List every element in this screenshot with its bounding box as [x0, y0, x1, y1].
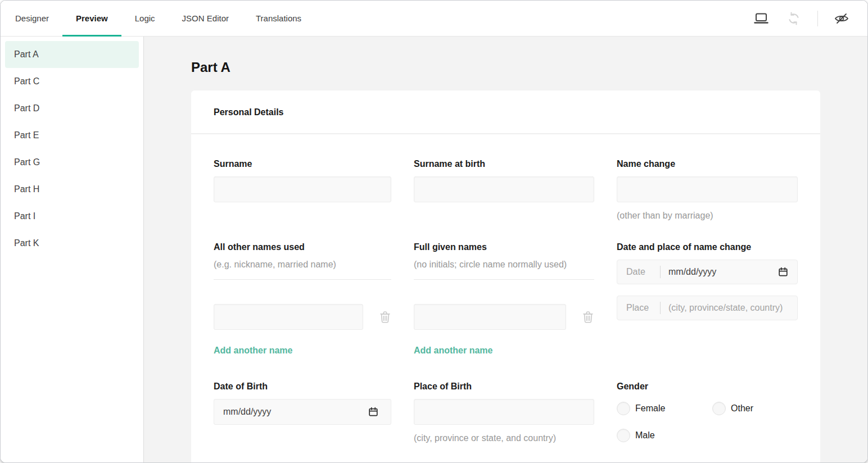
sidebar-item-part-c[interactable]: Part C: [5, 68, 139, 95]
question-surname: Surname: [214, 159, 391, 221]
tab-translations[interactable]: Translations: [242, 1, 315, 36]
surname-label: Surname: [214, 159, 391, 169]
calendar-icon: [778, 267, 788, 277]
date-placeholder: mm/dd/yyyy: [668, 267, 716, 277]
app-window: Designer Preview Logic JSON Editor Trans…: [0, 0, 868, 463]
gender-label: Gender: [617, 382, 798, 392]
form-row-1: Surname Surname at birth Name change (ot…: [214, 159, 798, 221]
device-select-button[interactable]: [750, 7, 772, 30]
dynamic-panel-separator: [414, 279, 594, 280]
tab-designer-label: Designer: [15, 13, 49, 23]
sidebar-item-part-a[interactable]: Part A: [5, 41, 139, 68]
full-given-names-label: Full given names: [414, 242, 594, 252]
name-change-input[interactable]: [617, 176, 798, 202]
panel-title: Personal Details: [214, 107, 284, 117]
question-place-of-birth: Place of Birth (city, province or state,…: [414, 382, 594, 443]
laptop-device-icon: [753, 12, 769, 25]
date-of-birth-input[interactable]: mm/dd/yyyy: [214, 399, 391, 425]
preview-main: Part A Part C Part D Part E Part G Part …: [1, 37, 867, 462]
preview-toolbar-actions: [750, 1, 867, 36]
other-names-description: (e.g. nickname, married name): [214, 260, 391, 270]
tab-preview-label: Preview: [76, 13, 108, 23]
tab-logic-label: Logic: [135, 13, 155, 23]
trash-icon: [582, 311, 594, 323]
sidebar-item-part-h[interactable]: Part H: [5, 176, 139, 203]
gender-option-female[interactable]: Female: [617, 402, 712, 415]
gender-options: Female Other Male: [617, 402, 798, 442]
radio-unchecked-icon: [617, 402, 630, 415]
dynamic-panel-separator: [214, 279, 391, 280]
page-navigation-sidebar: Part A Part C Part D Part E Part G Part …: [1, 37, 144, 462]
panel-header: Personal Details: [191, 90, 820, 134]
question-gender: Gender Female Other: [617, 382, 798, 443]
survey-preview-area: Part A Personal Details Surname Surname …: [144, 37, 867, 462]
radio-unchecked-icon: [617, 429, 630, 442]
given-name-entry-row: [414, 304, 594, 330]
creator-tabs: Designer Preview Logic JSON Editor Trans…: [1, 1, 315, 36]
sidebar-item-part-i[interactable]: Part I: [5, 203, 139, 230]
sidebar-item-part-d[interactable]: Part D: [5, 95, 139, 122]
gender-female-label: Female: [635, 403, 665, 414]
question-date-of-birth: Date of Birth mm/dd/yyyy: [214, 382, 391, 443]
remove-given-name-button[interactable]: [581, 310, 594, 324]
gender-option-other[interactable]: Other: [712, 402, 798, 415]
hide-invisible-fields-icon: [834, 12, 849, 25]
place-prefix-label: Place: [626, 303, 652, 313]
tab-designer[interactable]: Designer: [2, 1, 62, 36]
toggle-invisible-button[interactable]: [830, 7, 853, 30]
name-change-date-input[interactable]: Date mm/dd/yyyy: [617, 260, 798, 284]
name-change-label: Name change: [617, 159, 798, 169]
gender-other-label: Other: [731, 403, 753, 414]
surname-at-birth-label: Surname at birth: [414, 159, 594, 169]
date-of-birth-label: Date of Birth: [214, 382, 391, 392]
question-other-names: All other names used (e.g. nickname, mar…: [214, 242, 391, 356]
gender-option-male[interactable]: Male: [617, 429, 712, 442]
tab-preview[interactable]: Preview: [62, 1, 121, 36]
name-change-description: (other than by marriage): [617, 211, 798, 221]
add-other-name-link[interactable]: Add another name: [214, 346, 292, 356]
form-row-2: All other names used (e.g. nickname, mar…: [214, 242, 798, 356]
input-prefix-divider: [660, 266, 661, 278]
surname-input[interactable]: [214, 176, 391, 202]
rotate-device-button[interactable]: [783, 7, 805, 30]
dob-placeholder: mm/dd/yyyy: [223, 407, 271, 417]
toolbar-divider: [817, 11, 818, 26]
gender-male-label: Male: [635, 430, 655, 441]
form-row-3: Date of Birth mm/dd/yyyy: [214, 382, 798, 443]
name-change-details-label: Date and place of name change: [617, 242, 798, 252]
page-title: Part A: [191, 59, 820, 76]
radio-unchecked-icon: [712, 402, 726, 415]
surname-at-birth-input[interactable]: [414, 176, 594, 202]
question-full-given-names: Full given names (no initials; circle na…: [414, 242, 594, 356]
tab-json-editor[interactable]: JSON Editor: [169, 1, 242, 36]
given-name-input[interactable]: [414, 304, 566, 330]
calendar-icon: [368, 407, 378, 417]
personal-details-panel: Personal Details Surname Surname at birt…: [191, 90, 820, 462]
name-change-place-input[interactable]: Place (city, province/state, country): [617, 296, 798, 320]
top-tab-bar: Designer Preview Logic JSON Editor Trans…: [1, 1, 867, 37]
place-of-birth-description: (city, province or state, and country): [414, 433, 594, 443]
tab-translations-label: Translations: [256, 13, 301, 23]
full-given-names-description: (no initials; circle name normally used): [414, 260, 594, 270]
panel-body: Surname Surname at birth Name change (ot…: [191, 134, 820, 443]
tab-json-editor-label: JSON Editor: [182, 13, 229, 23]
remove-other-name-button[interactable]: [378, 310, 391, 324]
place-placeholder: (city, province/state, country): [668, 303, 783, 313]
date-prefix-label: Date: [626, 267, 652, 277]
rotate-device-icon: [786, 11, 801, 26]
other-name-input[interactable]: [214, 304, 363, 330]
other-names-label: All other names used: [214, 242, 391, 252]
question-name-change: Name change (other than by marriage): [617, 159, 798, 221]
question-name-change-details: Date and place of name change Date mm/dd…: [617, 242, 798, 356]
place-of-birth-input[interactable]: [414, 399, 594, 425]
sidebar-item-part-k[interactable]: Part K: [5, 230, 139, 257]
input-prefix-divider: [660, 302, 661, 314]
question-surname-at-birth: Surname at birth: [414, 159, 594, 221]
add-given-name-link[interactable]: Add another name: [414, 346, 492, 356]
sidebar-item-part-g[interactable]: Part G: [5, 149, 139, 176]
trash-icon: [379, 311, 391, 323]
sidebar-item-part-e[interactable]: Part E: [5, 122, 139, 149]
tab-logic[interactable]: Logic: [121, 1, 169, 36]
other-names-entry-row: [214, 304, 391, 330]
place-of-birth-label: Place of Birth: [414, 382, 594, 392]
